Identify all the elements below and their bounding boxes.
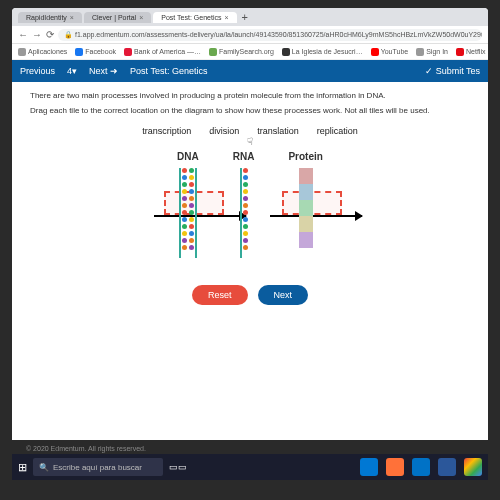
address-bar-row: ← → ⟳ 🔒 f1.app.edmentum.com/assessments-…	[12, 26, 488, 44]
arrow-right-icon: ➜	[110, 66, 118, 76]
taskbar-apps	[360, 458, 482, 476]
next-button[interactable]: Next	[258, 285, 309, 305]
tile-translation[interactable]: translation	[257, 126, 299, 136]
reload-icon[interactable]: ⟳	[46, 29, 54, 40]
chrome-icon[interactable]	[464, 458, 482, 476]
tile-bank: transcription division translation repli…	[30, 126, 470, 136]
church-icon	[282, 48, 290, 56]
apps-icon	[18, 48, 26, 56]
protein-column: Protein	[288, 151, 322, 248]
tab-clever[interactable]: Clever | Portal×	[84, 12, 151, 23]
tile-division[interactable]: division	[209, 126, 239, 136]
bookmark-facebook[interactable]: Facebook	[75, 48, 116, 56]
instruction-line-1: There are two main processes involved in…	[30, 90, 470, 101]
reset-button[interactable]: Reset	[192, 285, 248, 305]
browser-window: RapidIdentity× Clever | Portal× Post Tes…	[12, 8, 488, 440]
tab-strip: RapidIdentity× Clever | Portal× Post Tes…	[12, 8, 488, 26]
facebook-icon	[75, 48, 83, 56]
tile-replication[interactable]: replication	[317, 126, 358, 136]
tree-icon	[209, 48, 217, 56]
forward-icon[interactable]: →	[32, 29, 42, 40]
tab-genetics[interactable]: Post Test: Genetics×	[153, 12, 236, 23]
next-button[interactable]: Next ➜	[89, 66, 118, 76]
firefox-icon[interactable]	[386, 458, 404, 476]
word-icon[interactable]	[438, 458, 456, 476]
app-header: Previous 4▾ Next ➜ Post Test: Genetics ✓…	[12, 60, 488, 82]
new-tab-icon[interactable]: +	[242, 11, 248, 23]
task-view-icon[interactable]: ▭▭	[169, 462, 187, 472]
close-icon[interactable]: ×	[70, 14, 74, 21]
bookmark-apps[interactable]: Aplicaciones	[18, 48, 67, 56]
dna-column: DNA	[177, 151, 199, 258]
close-icon[interactable]: ×	[224, 14, 228, 21]
diagram: DNA RNA Protein	[30, 151, 470, 271]
page-title: Post Test: Genetics	[130, 66, 207, 76]
question-content: There are two main processes involved in…	[12, 82, 488, 440]
bookmark-familysearch[interactable]: FamilySearch.org	[209, 48, 274, 56]
netflix-icon	[456, 48, 464, 56]
rna-column: RNA	[233, 151, 255, 258]
back-icon[interactable]: ←	[18, 29, 28, 40]
close-icon[interactable]: ×	[139, 14, 143, 21]
youtube-icon	[371, 48, 379, 56]
bookmark-boa[interactable]: Bank of America —…	[124, 48, 201, 56]
question-number[interactable]: 4▾	[67, 66, 77, 76]
dna-label: DNA	[177, 151, 199, 162]
taskbar-search[interactable]: 🔍 Escribe aquí para buscar	[33, 458, 163, 476]
prev-button[interactable]: Previous	[20, 66, 55, 76]
edge-icon[interactable]	[360, 458, 378, 476]
bookmark-youtube[interactable]: YouTube	[371, 48, 409, 56]
address-bar[interactable]: 🔒 f1.app.edmentum.com/assessments-delive…	[58, 29, 482, 41]
instruction-line-2: Drag each tile to the correct location o…	[30, 105, 470, 116]
protein-label: Protein	[288, 151, 322, 162]
mail-icon[interactable]	[412, 458, 430, 476]
tile-transcription[interactable]: transcription	[142, 126, 191, 136]
tab-rapididentity[interactable]: RapidIdentity×	[18, 12, 82, 23]
lock-icon: 🔒	[64, 31, 73, 38]
rna-label: RNA	[233, 151, 255, 162]
windows-taskbar: ⊞ 🔍 Escribe aquí para buscar ▭▭	[12, 454, 488, 480]
search-icon: 🔍	[39, 463, 49, 472]
button-row: Reset Next	[30, 285, 470, 305]
signin-icon	[416, 48, 424, 56]
bookmark-netflix[interactable]: Netflix	[456, 48, 485, 56]
bank-icon	[124, 48, 132, 56]
bookmark-signin[interactable]: Sign In	[416, 48, 448, 56]
bookmark-church[interactable]: La Iglesia de Jesucri…	[282, 48, 363, 56]
windows-start-icon[interactable]: ⊞	[18, 461, 27, 474]
hand-cursor-icon: ☟	[30, 136, 470, 147]
submit-button[interactable]: ✓ Submit Tes	[425, 66, 480, 76]
copyright-footer: © 2020 Edmentum. All rights reserved.	[26, 445, 146, 452]
bookmarks-bar: Aplicaciones Facebook Bank of America —……	[12, 44, 488, 60]
